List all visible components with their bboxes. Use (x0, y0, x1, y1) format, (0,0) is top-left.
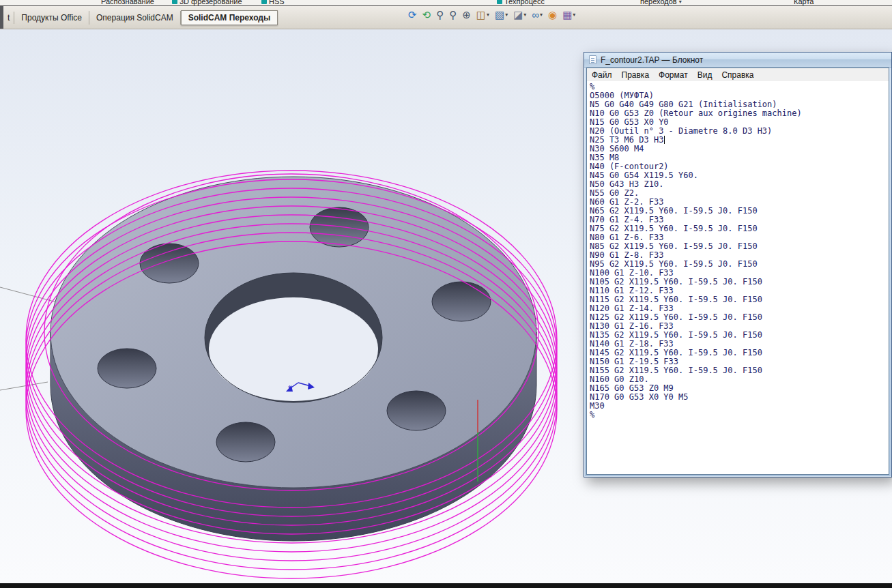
chevron-down-icon: ▾ (679, 0, 682, 5)
section-view-icon[interactable]: ◫▾ (476, 10, 489, 20)
notepad-menubar: ФайлПравкаФорматВидСправка (587, 68, 889, 81)
ribbon-item-icon (172, 0, 177, 4)
window-bottom-edge (0, 583, 892, 588)
ribbon-item[interactable]: Карта (794, 0, 814, 5)
edit-appearance-icon[interactable]: ◉ (548, 10, 557, 20)
menu-item-вид[interactable]: Вид (693, 69, 717, 81)
tab-операция-solidcam[interactable]: Операция SolidCAM (89, 11, 181, 25)
display-style-icon[interactable]: ◪▾ (513, 10, 526, 20)
ribbon-item[interactable]: 3D фрезерование (172, 0, 242, 5)
ribbon-item-label: Карта (794, 0, 814, 5)
zoom-area-icon[interactable]: ⚲ (449, 10, 457, 20)
apply-scene-icon[interactable]: ▦▾ (562, 10, 575, 20)
svg-text:*: * (288, 384, 291, 394)
notepad-titlebar[interactable]: F_contour2.TAP — Блокнот (584, 53, 891, 68)
notepad-client-area: ФайлПравкаФорматВидСправка %O5000 (МУФТА… (586, 68, 889, 475)
code-line: N30 S600 M4 (590, 145, 889, 153)
notepad-icon (589, 55, 596, 64)
ribbon-item-icon (497, 0, 502, 4)
tab-partial[interactable]: t (3, 12, 14, 24)
menu-item-правка[interactable]: Правка (617, 69, 654, 81)
ribbon-item-label: переходов (640, 0, 677, 5)
ribbon-item[interactable]: переходов▾ (640, 0, 682, 5)
tab-solidcam-переходы[interactable]: SolidCAM Переходы (181, 10, 278, 25)
chevron-down-icon: ▾ (523, 12, 526, 18)
section-view-icon-glyph: ◫ (476, 10, 486, 20)
ribbon-item-icon (261, 0, 267, 4)
view-toolbar: ⟳⟲⚲⚲⊕◫▾▧▾◪▾∞▾◉▦▾ (408, 10, 575, 20)
display-style-icon-glyph: ◪ (513, 10, 523, 20)
menu-item-файл[interactable]: Файл (587, 69, 617, 81)
previous-view-icon-glyph: ⊕ (462, 10, 471, 20)
code-line: N170 G0 G53 X0 Y0 M5 (590, 393, 889, 402)
ribbon-item[interactable]: Распознавание (101, 0, 154, 5)
ribbon-item-label: Распознавание (101, 0, 154, 5)
leader-line (0, 382, 48, 390)
chevron-down-icon: ▾ (540, 12, 543, 18)
ribbon-item-label: HSS (269, 0, 285, 5)
viewport-3d[interactable]: * F_contour2.TAP — Блокнот ФайлПравкаФор… (0, 29, 892, 583)
chevron-down-icon: ▾ (487, 12, 489, 18)
text-caret (664, 136, 665, 144)
chevron-down-icon: ▾ (505, 12, 508, 18)
hide-show-items-icon[interactable]: ∞▾ (532, 10, 543, 20)
rebuild-icon-glyph: ⟳ (408, 10, 417, 20)
ribbon-item-label: 3D фрезерование (179, 0, 242, 5)
commandmanager-tabbar: t Продукты OfficeОперация SolidCAMSolidC… (0, 6, 892, 29)
solidcam-window: Распознавание3D фрезерованиеHSSТехпроцес… (0, 0, 892, 588)
part-flange[interactable] (51, 177, 536, 541)
notepad-title: F_contour2.TAP — Блокнот (601, 55, 703, 65)
ribbon-strip: Распознавание3D фрезерованиеHSSТехпроцес… (0, 0, 892, 6)
rebuild-icon[interactable]: ⟳ (408, 10, 417, 20)
edit-appearance-icon-glyph: ◉ (548, 10, 557, 20)
code-line: M30 (590, 402, 889, 411)
menu-item-справка[interactable]: Справка (717, 69, 758, 81)
ribbon-item-label: Техпроцесс (504, 0, 545, 5)
hide-show-items-icon-glyph: ∞ (532, 10, 539, 20)
ribbon-item[interactable]: Техпроцесс (497, 0, 545, 5)
previous-view-icon[interactable]: ⊕ (462, 10, 471, 20)
tab-продукты-office[interactable]: Продукты Office (14, 11, 89, 25)
zoom-fit-icon[interactable]: ⚲ (436, 10, 444, 20)
zoom-fit-icon-glyph: ⚲ (436, 10, 444, 20)
zoom-area-icon-glyph: ⚲ (449, 10, 457, 20)
chevron-down-icon: ▾ (573, 12, 575, 18)
view-orientation-icon-glyph: ▧ (495, 10, 504, 20)
apply-scene-icon-glyph: ▦ (562, 10, 572, 20)
update-cam-icon[interactable]: ⟲ (422, 10, 431, 20)
update-cam-icon-glyph: ⟲ (422, 10, 431, 20)
view-orientation-icon[interactable]: ▧▾ (495, 10, 508, 20)
menu-item-формат[interactable]: Формат (654, 69, 693, 81)
notepad-text-area[interactable]: %O5000 (МУФТА)N5 G0 G40 G49 G80 G21 (Ini… (587, 81, 889, 474)
code-line: % (590, 411, 889, 420)
notepad-window: F_contour2.TAP — Блокнот ФайлПравкаФорма… (584, 52, 892, 477)
commandmanager-tabs: Продукты OfficeОперация SolidCAMSolidCAM… (14, 10, 278, 25)
ribbon-item[interactable]: HSS (261, 0, 285, 5)
